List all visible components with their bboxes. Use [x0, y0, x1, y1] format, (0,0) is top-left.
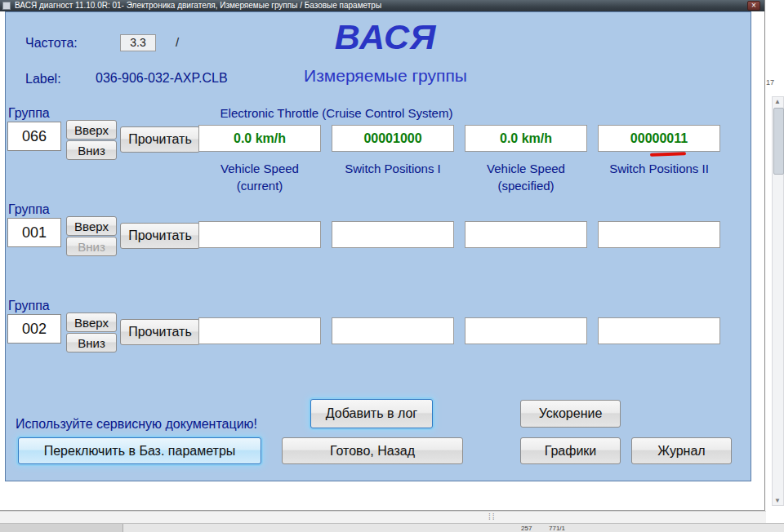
statusbar-fragment: 257: [521, 525, 532, 532]
app-window: ВАСЯ диагност 11.10.0R: 01- Электроника …: [0, 0, 765, 511]
frequency-label: Частота:: [25, 36, 78, 51]
measured-value-field-4: [598, 317, 720, 344]
measured-value-field-2: [332, 221, 454, 248]
splitter-dots-icon: ⁞⁞: [488, 512, 497, 521]
field-label-line: (current): [198, 177, 321, 194]
measured-value-field-1: [198, 221, 321, 248]
background-statusbar: 257 771/1: [0, 523, 784, 532]
background-ruler-fragment: 17: [766, 78, 774, 86]
measured-value-field-4: [598, 221, 720, 248]
statusbar-segment: [0, 524, 123, 532]
measured-value-field-4: 00000011: [598, 125, 720, 152]
measured-value-field-3: [465, 221, 587, 248]
field-label-4: Switch Positions II: [598, 160, 720, 177]
switch-to-basic-settings-button[interactable]: Переключить в Баз. параметры: [18, 437, 261, 464]
measured-value-field-2: [332, 317, 454, 344]
group-block-066: Группа 066 Вверх Вниз Прочитать Electron…: [6, 106, 751, 206]
group-number-field[interactable]: 066: [7, 122, 61, 151]
field-label-line: Switch Positions I: [332, 160, 454, 177]
group-up-button[interactable]: Вверх: [66, 120, 117, 140]
add-to-log-button[interactable]: Добавить в лог: [310, 399, 433, 428]
vertical-scrollbar[interactable]: ▲ ▼: [772, 96, 784, 506]
field-label-line: Vehicle Speed: [465, 160, 587, 177]
group-caption: Группа: [8, 106, 50, 121]
measured-value-field-2: 00001000: [332, 125, 454, 152]
group-number-field[interactable]: 001: [7, 218, 61, 247]
service-documentation-notice: Используйте сервисную документацию!: [16, 417, 257, 432]
measured-value-field-1: 0.0 km/h: [198, 125, 321, 152]
scrollbar-down-icon[interactable]: ▼: [774, 497, 781, 504]
acceleration-button[interactable]: Ускорение: [520, 400, 621, 428]
group-down-button: Вниз: [66, 237, 117, 256]
group-read-button[interactable]: Прочитать: [120, 319, 200, 345]
brand-logo-text: ВАСЯ: [202, 17, 569, 57]
close-icon[interactable]: ×: [747, 1, 760, 11]
vertical-scrollbar-thumb[interactable]: [773, 108, 784, 175]
frequency-value: 3.3: [120, 34, 156, 51]
red-underline-annotation: [650, 152, 686, 157]
horizontal-scrollbar[interactable]: ⁞⁞: [0, 511, 766, 523]
statusbar-fragment: 771/1: [549, 525, 565, 532]
measured-value-field-3: 0.0 km/h: [465, 125, 587, 152]
done-back-button[interactable]: Готово, Назад: [282, 437, 463, 464]
group-caption: Группа: [8, 299, 50, 313]
page-title: Измеряемые группы: [202, 66, 569, 86]
group-block-001: Группа 001 Вверх Вниз Прочитать: [6, 202, 751, 277]
group-block-002: Группа 002 Вверх Вниз Прочитать: [6, 299, 751, 374]
field-label-line: Vehicle Speed: [198, 160, 321, 177]
group-up-button[interactable]: Вверх: [66, 313, 117, 332]
group-up-button[interactable]: Вверх: [66, 216, 117, 236]
group-read-button[interactable]: Прочитать: [120, 223, 200, 249]
graphs-button[interactable]: Графики: [520, 437, 621, 464]
app-icon: [2, 2, 11, 10]
measuring-blocks-dialog: Частота: 3.3 / ВАСЯ Label: 036-906-032-A…: [5, 11, 751, 481]
measured-value-field-1: [198, 317, 321, 344]
section-title: Electronic Throttle (Cruise Control Syst…: [169, 106, 504, 120]
measured-value-field-3: [465, 317, 587, 344]
field-label-3: Vehicle Speed (specified): [465, 160, 587, 194]
label-key: Label:: [25, 72, 61, 86]
group-down-button[interactable]: Вниз: [66, 140, 117, 160]
field-label-line: Switch Positions II: [598, 160, 720, 177]
window-title: ВАСЯ диагност 11.10.0R: 01- Электроника …: [15, 1, 381, 10]
group-caption: Группа: [8, 202, 50, 217]
screen: ВАСЯ диагност 11.10.0R: 01- Электроника …: [0, 0, 784, 532]
group-read-button[interactable]: Прочитать: [120, 126, 200, 153]
group-down-button[interactable]: Вниз: [66, 333, 117, 352]
journal-button[interactable]: Журнал: [631, 437, 732, 464]
scrollbar-up-icon[interactable]: ▲: [774, 98, 781, 105]
frequency-separator: /: [176, 35, 179, 49]
titlebar: ВАСЯ диагност 11.10.0R: 01- Электроника …: [0, 0, 764, 11]
field-label-1: Vehicle Speed (current): [198, 160, 321, 194]
group-number-field[interactable]: 002: [7, 314, 61, 344]
field-label-2: Switch Positions I: [332, 160, 454, 177]
field-label-line: (specified): [465, 177, 587, 194]
